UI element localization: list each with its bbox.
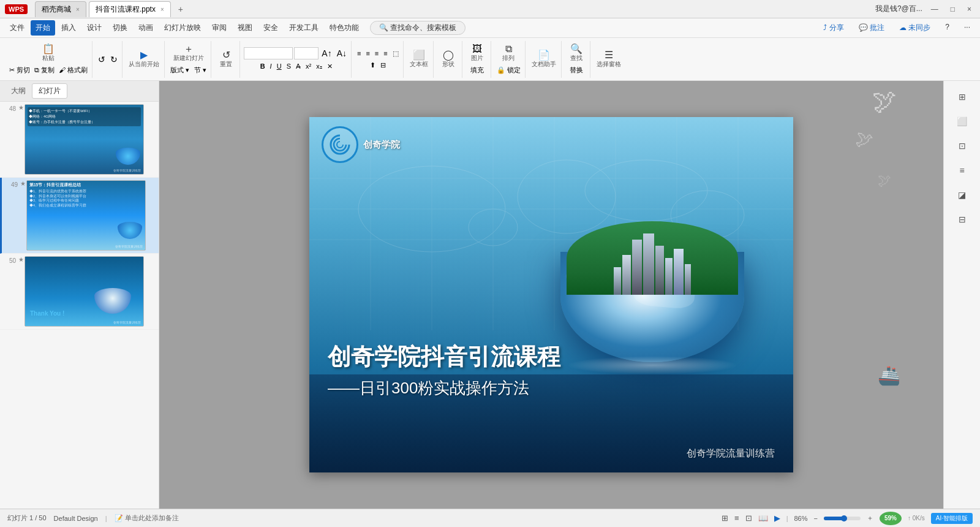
right-panel: ⊞ ⬜ ⊡ ≡ ◪ ⊟ — [943, 81, 980, 509]
justify[interactable]: ≡ — [382, 49, 389, 58]
slide-star-48: ★ — [18, 104, 24, 111]
globe-container: AUSTRALIA OCEANIA — [542, 154, 763, 411]
subscript-button[interactable]: x₂ — [314, 62, 324, 71]
section-button[interactable]: 节 ▾ — [192, 65, 208, 75]
lock-button[interactable]: 🔒 锁定 — [495, 65, 522, 75]
columns[interactable]: ⊟ — [379, 61, 388, 70]
sidebar-tab-slides[interactable]: 幻灯片 — [32, 83, 67, 99]
building-3 — [632, 240, 642, 295]
tab-daodao[interactable]: 稻壳商城 × — [35, 1, 86, 17]
slide-canvas[interactable]: 创奇学院 — [309, 117, 793, 472]
help-button[interactable]: ? — [940, 20, 954, 36]
share-button[interactable]: ⤴ 分享 — [818, 20, 848, 36]
sidebar-tab-outline[interactable]: 大纲 — [5, 84, 32, 98]
shape-button[interactable]: ◯ 形状 — [437, 49, 459, 70]
reset-button[interactable]: ↺ 重置 — [215, 49, 237, 70]
more-button[interactable]: ··· — [959, 20, 975, 36]
align-center[interactable]: ≡ — [364, 49, 371, 58]
zoom-slider[interactable] — [824, 517, 861, 520]
layout-button[interactable]: 版式 ▾ — [168, 65, 191, 75]
sidebar-header: 大纲 幻灯片 — [0, 81, 159, 102]
redo-button[interactable]: ↻ — [108, 54, 119, 65]
search-command[interactable]: 🔍 查找命令、搜索模板 — [370, 21, 466, 35]
cut-button[interactable]: ✂ 剪切 — [7, 65, 32, 75]
slide-sorter-btn[interactable]: ⊡ — [745, 514, 752, 523]
align-left[interactable]: ≡ — [355, 49, 363, 58]
underline-button[interactable]: U — [275, 62, 284, 71]
shadow-button[interactable]: S — [285, 62, 293, 71]
slide-thumb-48[interactable]: 48 ★ ◆手机：一机一卡一号（不需要WIFI） ◆网络：4G网络 ◆账号：办手… — [0, 102, 159, 178]
present-btn[interactable]: ▶ — [774, 514, 780, 523]
zoom-out-btn[interactable]: − — [814, 515, 818, 522]
text-direction[interactable]: ⬆ — [368, 61, 377, 70]
superscript-button[interactable]: x² — [304, 62, 313, 71]
building-4 — [643, 233, 654, 295]
fill-button[interactable]: 填充 — [469, 65, 486, 75]
right-btn-3[interactable]: ⊡ — [950, 135, 974, 157]
slide-thumb-49[interactable]: 49 ★ 第15节：抖音引流课程总结 ◆1、抖音引流的优势在于系统推荐 ◆2、抖… — [0, 178, 159, 254]
paste-button[interactable]: 📋 粘贴 — [37, 43, 59, 64]
start-from-current-button[interactable]: ▶ 从当前开始 — [126, 49, 162, 70]
find-button[interactable]: 🔍 查找 — [565, 43, 587, 64]
menu-security[interactable]: 安全 — [258, 20, 283, 36]
font-size-decrease[interactable]: A↓ — [335, 48, 349, 59]
copy-button[interactable]: ⧉ 复制 — [32, 65, 56, 75]
slide-star-50: ★ — [18, 256, 24, 263]
outline-view-btn[interactable]: ≡ — [734, 514, 739, 523]
menu-design[interactable]: 设计 — [82, 20, 107, 36]
italic-button[interactable]: I — [268, 62, 274, 71]
image-button[interactable]: 🖼 图片 — [466, 43, 488, 64]
replace-button[interactable]: 替换 — [568, 65, 585, 75]
tab-daodao-close[interactable]: × — [76, 6, 80, 13]
close-button[interactable]: × — [963, 4, 975, 15]
add-note-text[interactable]: 📝 单击此处添加备注 — [115, 514, 179, 523]
format-brush-button[interactable]: 🖌 格式刷 — [57, 65, 89, 75]
right-btn-2[interactable]: ⬜ — [950, 110, 974, 132]
distribute[interactable]: ⬚ — [391, 49, 401, 58]
font-family-input[interactable] — [244, 47, 293, 59]
add-tab-button[interactable]: + — [173, 2, 188, 17]
menu-insert[interactable]: 插入 — [56, 20, 81, 36]
doc-assistant-button[interactable]: 📄 文档助手 — [529, 49, 559, 70]
clear-format-button[interactable]: ✕ — [325, 62, 334, 71]
menu-transition[interactable]: 切换 — [108, 20, 132, 36]
toolbar: 📋 粘贴 ✂ 剪切 ⧉ 复制 🖌 格式刷 ↺ ↻ ▶ 从当前开始 ＋ 新建幻灯片… — [0, 38, 980, 81]
textbox-button[interactable]: ⬜ 文本框 — [407, 49, 431, 70]
right-btn-4[interactable]: ≡ — [950, 159, 974, 181]
menu-devtools[interactable]: 开发工具 — [284, 20, 323, 36]
sync-button[interactable]: ☁ 未同步 — [894, 20, 935, 36]
reading-view-btn[interactable]: 📖 — [758, 514, 768, 523]
zoom-in-btn[interactable]: ＋ — [867, 514, 873, 523]
seagull-medium: 🕊 — [854, 129, 874, 151]
menu-animation[interactable]: 动画 — [134, 20, 158, 36]
font-size-input[interactable] — [294, 47, 318, 59]
minimize-button[interactable]: — — [927, 4, 942, 15]
selection-pane-button[interactable]: ☰ 选择窗格 — [594, 49, 624, 70]
new-slide-button[interactable]: ＋ 新建幻灯片 — [171, 43, 206, 64]
right-icon-5: ◪ — [958, 190, 966, 200]
align-right[interactable]: ≡ — [373, 49, 380, 58]
ai-label[interactable]: AI·智能排版 — [931, 513, 973, 524]
strikethrough-button[interactable]: A̶ — [294, 62, 303, 71]
normal-view-btn[interactable]: ⊞ — [722, 514, 728, 523]
tab-pptx-close[interactable]: × — [160, 6, 164, 13]
menu-slideshow[interactable]: 幻灯片放映 — [159, 20, 206, 36]
arrange-button[interactable]: ⧉ 排列 — [497, 43, 519, 64]
right-btn-1[interactable]: ⊞ — [950, 86, 974, 108]
bold-button[interactable]: B — [258, 62, 267, 71]
font-size-increase[interactable]: A↑ — [320, 48, 333, 59]
right-btn-5[interactable]: ◪ — [950, 184, 974, 206]
menu-file[interactable]: 文件 — [5, 20, 29, 36]
comment-button[interactable]: 💬 批注 — [854, 20, 889, 36]
slide-thumb-50[interactable]: 50 ★ Thank You ! 创奇学院流量训练营 — [0, 254, 159, 330]
building-6 — [665, 258, 673, 295]
tab-pptx[interactable]: 抖音引流课程.pptx × — [89, 1, 171, 17]
menu-view[interactable]: 视图 — [233, 20, 257, 36]
menu-review[interactable]: 审阅 — [207, 20, 232, 36]
maximize-button[interactable]: □ — [947, 4, 959, 15]
undo-button[interactable]: ↺ — [96, 54, 107, 65]
menu-special[interactable]: 特色功能 — [325, 20, 364, 36]
menu-start[interactable]: 开始 — [31, 20, 55, 36]
tab-daodao-label: 稻壳商城 — [42, 4, 71, 15]
right-btn-6[interactable]: ⊟ — [950, 208, 974, 230]
